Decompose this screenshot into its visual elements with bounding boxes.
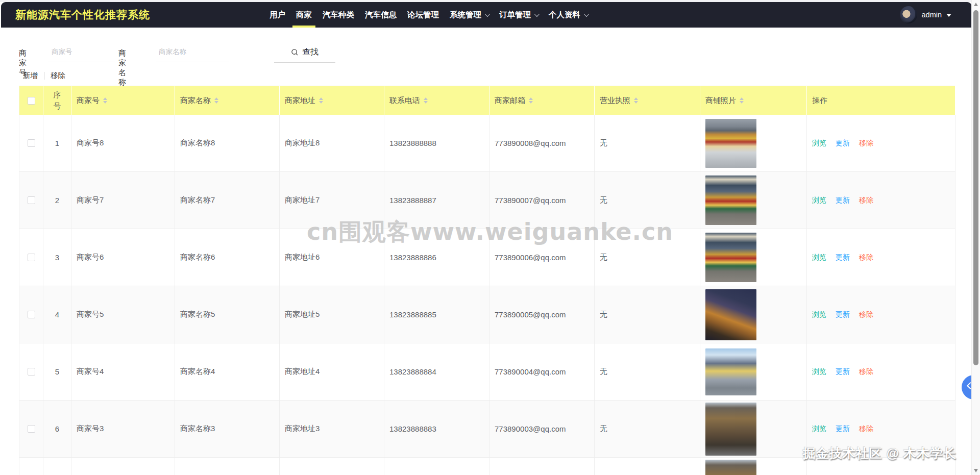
- merchants-table: 序号 商家号 商家名称 商家地址 联系电话 商家邮箱: [19, 86, 955, 475]
- cell-phone: 13823888887: [384, 172, 489, 229]
- cell-address: 商家地址8: [280, 115, 384, 172]
- shop-photo: [705, 233, 756, 282]
- chevron-down-icon: [534, 12, 540, 17]
- app-title: 新能源汽车个性化推荐系统: [15, 2, 150, 28]
- header-cell-index: 序号: [43, 86, 71, 115]
- cell-name: 商家名称7: [175, 172, 280, 229]
- cell-phone: 13823888886: [384, 229, 489, 286]
- cell-license: 无: [595, 286, 700, 343]
- cell-phone: [384, 458, 489, 475]
- view-link[interactable]: 浏览: [812, 253, 826, 262]
- row-checkbox[interactable]: [28, 254, 35, 261]
- cell-address: 商家地址5: [280, 286, 384, 343]
- table-row: 4 商家号5 商家名称5 商家地址5 13823888885 773890005…: [19, 286, 955, 343]
- cell-email: 773890007@qq.com: [489, 172, 595, 229]
- merchant-no-input[interactable]: [48, 42, 115, 62]
- nav-item-system[interactable]: 系统管理: [449, 2, 489, 28]
- cell-merchant-no: 商家号3: [71, 401, 175, 458]
- shop-photo: [705, 289, 756, 340]
- cell-email: 773890006@qq.com: [489, 229, 595, 286]
- cell-license: 无: [595, 229, 700, 286]
- header-cell-email: 商家邮箱: [489, 86, 595, 115]
- cell-name: 商家名称5: [175, 286, 280, 343]
- shop-photo: [705, 460, 756, 475]
- view-link[interactable]: 浏览: [812, 139, 826, 148]
- nav-item-orders[interactable]: 订单管理: [498, 2, 539, 28]
- scroll-down-arrow-icon[interactable]: [974, 469, 978, 472]
- remove-link[interactable]: 移除: [859, 310, 873, 319]
- sort-icon[interactable]: [424, 97, 428, 104]
- cell-license: 无: [595, 343, 700, 401]
- cell-merchant-no: [71, 458, 175, 475]
- header-cell-address: 商家地址: [280, 86, 384, 115]
- merchant-name-label: 商家名称: [118, 48, 126, 87]
- update-link[interactable]: 更新: [836, 139, 850, 148]
- nav-item-merchants[interactable]: 商家: [295, 2, 313, 28]
- scrollbar-thumb[interactable]: [973, 10, 978, 365]
- remove-link[interactable]: 移除: [859, 367, 873, 377]
- cell-email: 773890003@qq.com: [489, 401, 595, 458]
- row-checkbox[interactable]: [28, 425, 35, 433]
- select-all-checkbox[interactable]: [28, 97, 35, 105]
- header-cell-actions: 操作: [807, 86, 955, 115]
- cell-name: 商家名称4: [175, 343, 280, 401]
- vertical-scrollbar[interactable]: [971, 0, 980, 475]
- remove-link[interactable]: 移除: [859, 196, 873, 205]
- nav-item-users[interactable]: 用户: [268, 2, 286, 28]
- nav-item-forum[interactable]: 论坛管理: [406, 2, 440, 28]
- remove-link[interactable]: 移除: [859, 424, 873, 434]
- update-link[interactable]: 更新: [836, 253, 850, 262]
- cell-merchant-no: 商家号6: [71, 229, 175, 286]
- update-link[interactable]: 更新: [836, 367, 850, 377]
- cell-license: 无: [595, 401, 700, 458]
- avatar: [900, 6, 917, 23]
- sort-icon[interactable]: [740, 97, 744, 104]
- cell-index: 1: [43, 115, 71, 172]
- main-nav: 用户 商家 汽车种类 汽车信息 论坛管理 系统管理 订单管理: [268, 2, 589, 28]
- sort-icon[interactable]: [214, 97, 218, 104]
- view-link[interactable]: 浏览: [812, 367, 826, 377]
- update-link[interactable]: 更新: [836, 424, 850, 434]
- nav-item-car-types[interactable]: 汽车种类: [322, 2, 355, 28]
- nav-item-profile[interactable]: 个人资料: [548, 2, 589, 28]
- row-checkbox[interactable]: [28, 196, 35, 204]
- search-icon: [291, 48, 299, 56]
- cell-index: 6: [43, 401, 71, 458]
- cell-name: [175, 458, 280, 475]
- update-link[interactable]: 更新: [836, 310, 850, 319]
- add-button[interactable]: 新增: [23, 71, 38, 81]
- shop-photo: [705, 348, 756, 395]
- sort-icon[interactable]: [634, 97, 638, 104]
- remove-link[interactable]: 移除: [859, 139, 873, 148]
- remove-link[interactable]: 移除: [859, 253, 873, 262]
- toolbar-divider: [44, 72, 44, 80]
- cell-address: 商家地址7: [280, 172, 384, 229]
- row-checkbox[interactable]: [28, 311, 35, 318]
- sort-icon[interactable]: [319, 97, 323, 104]
- shop-photo: [705, 119, 756, 168]
- row-checkbox[interactable]: [28, 368, 35, 376]
- search-button[interactable]: 查找: [274, 42, 335, 63]
- username: admin: [922, 11, 942, 19]
- cell-address: 商家地址6: [280, 229, 384, 286]
- view-link[interactable]: 浏览: [812, 424, 826, 434]
- cell-index: 3: [43, 229, 71, 286]
- view-link[interactable]: 浏览: [812, 310, 826, 319]
- update-link[interactable]: 更新: [836, 196, 850, 205]
- user-menu[interactable]: admin: [900, 2, 952, 28]
- merchant-name-input[interactable]: [156, 42, 229, 62]
- sort-icon[interactable]: [529, 97, 533, 104]
- nav-item-car-info[interactable]: 汽车信息: [364, 2, 398, 28]
- header-cell-license: 营业执照: [595, 86, 700, 115]
- cell-license: 无: [595, 172, 700, 229]
- header-cell-name: 商家名称: [175, 86, 280, 115]
- remove-button[interactable]: 移除: [51, 71, 65, 81]
- row-checkbox[interactable]: [28, 139, 35, 147]
- view-link[interactable]: 浏览: [812, 196, 826, 205]
- scroll-up-arrow-icon[interactable]: [974, 3, 978, 6]
- chevron-down-icon: [485, 12, 490, 17]
- cell-index: 5: [43, 343, 71, 401]
- cell-license: [595, 458, 700, 475]
- cell-email: 773890005@qq.com: [489, 286, 595, 343]
- sort-icon[interactable]: [103, 97, 107, 104]
